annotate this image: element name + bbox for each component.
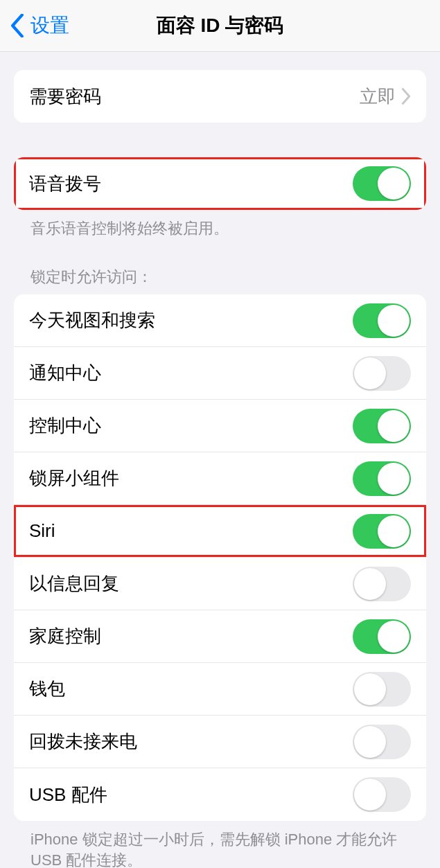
lock-access-row-home: 家庭控制 xyxy=(14,610,426,663)
lock-access-row-control: 控制中心 xyxy=(14,400,426,452)
lock-access-row-wallet: 钱包 xyxy=(14,663,426,716)
back-label: 设置 xyxy=(30,12,69,39)
voice-dial-footer: 音乐语音控制将始终被启用。 xyxy=(14,210,426,239)
require-passcode-label: 需要密码 xyxy=(29,85,101,109)
lock-access-toggle-wallet[interactable] xyxy=(353,672,411,707)
chevron-left-icon xyxy=(10,14,25,37)
lock-access-label: 锁屏小组件 xyxy=(29,466,119,490)
lock-access-label: Siri xyxy=(29,520,55,542)
lock-access-row-reply_msg: 以信息回复 xyxy=(14,558,426,610)
chevron-right-icon xyxy=(401,88,411,105)
lock-access-label: 家庭控制 xyxy=(29,624,101,648)
voice-dial-row: 语音拨号 xyxy=(14,157,426,210)
lock-access-label: 回拨未接来电 xyxy=(29,729,137,754)
lock-access-label: 控制中心 xyxy=(29,414,101,438)
lock-access-row-notif: 通知中心 xyxy=(14,347,426,400)
lock-access-label: 通知中心 xyxy=(29,361,101,385)
require-passcode-group: 需要密码 立即 xyxy=(14,70,426,123)
lock-access-label: USB 配件 xyxy=(29,783,107,807)
lock-access-row-return_call: 回拨未接来电 xyxy=(14,716,426,768)
lock-access-group: 今天视图和搜索通知中心控制中心锁屏小组件Siri以信息回复家庭控制钱包回拨未接来… xyxy=(14,294,426,821)
require-passcode-value: 立即 xyxy=(360,85,396,109)
lock-access-toggle-notif[interactable] xyxy=(353,356,411,391)
lock-access-row-today: 今天视图和搜索 xyxy=(14,294,426,347)
lock-access-row-siri: Siri xyxy=(14,505,426,558)
lock-access-toggle-today[interactable] xyxy=(353,303,411,338)
lock-access-label: 今天视图和搜索 xyxy=(29,308,155,333)
lock-access-toggle-widgets[interactable] xyxy=(353,461,411,496)
lock-access-toggle-reply_msg[interactable] xyxy=(353,567,411,601)
lock-access-footer: iPhone 锁定超过一小时后，需先解锁 iPhone 才能允许 USB 配件连… xyxy=(14,821,426,868)
lock-access-row-widgets: 锁屏小组件 xyxy=(14,452,426,505)
voice-dial-toggle[interactable] xyxy=(353,166,411,201)
back-button[interactable]: 设置 xyxy=(0,12,69,39)
voice-dial-group: 语音拨号 xyxy=(14,157,426,210)
lock-access-toggle-return_call[interactable] xyxy=(353,725,411,759)
lock-access-header: 锁定时允许访问： xyxy=(14,267,426,294)
lock-access-toggle-home[interactable] xyxy=(353,619,411,654)
lock-access-toggle-siri[interactable] xyxy=(353,514,411,549)
lock-access-toggle-usb[interactable] xyxy=(353,777,411,812)
require-passcode-row[interactable]: 需要密码 立即 xyxy=(14,70,426,123)
nav-bar: 设置 面容 ID 与密码 xyxy=(0,0,440,52)
lock-access-toggle-control[interactable] xyxy=(353,409,411,443)
lock-access-label: 以信息回复 xyxy=(29,572,119,596)
lock-access-label: 钱包 xyxy=(29,677,65,701)
voice-dial-label: 语音拨号 xyxy=(29,172,101,196)
lock-access-row-usb: USB 配件 xyxy=(14,768,426,821)
